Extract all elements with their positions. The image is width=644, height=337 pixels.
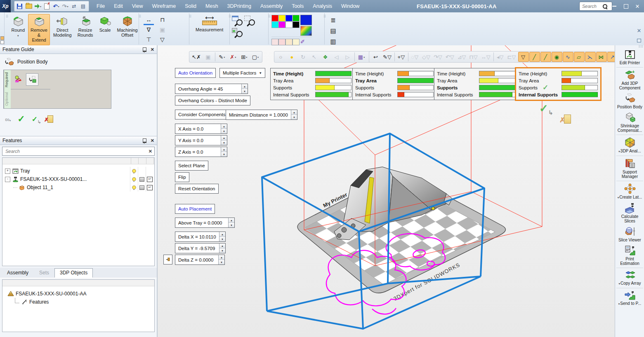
send-to-print-button[interactable]: ▾Send to P... [615, 289, 644, 308]
group-handle-icon[interactable]: ⠿ [323, 15, 327, 19]
chain-dimension-icon[interactable]: ⊓ [156, 15, 169, 25]
pick-visibility-icon[interactable]: ↖ [309, 52, 320, 62]
overhang-angle-field[interactable]: Overhang Angle = 45 ▲▼ [175, 84, 248, 94]
datum-icon[interactable]: ⊤ [142, 35, 156, 44]
orientation-card-4-selected[interactable]: Time (Height) Tray Area Supports Interna… [515, 67, 602, 101]
above-tray-field[interactable]: Above Tray = 0.0000 ▲▼ [175, 218, 235, 228]
scale-button[interactable]: Scale [97, 14, 114, 45]
round-button[interactable]: Round▾ [9, 14, 27, 45]
active-color-swatch[interactable] [300, 15, 312, 25]
direct-modeling-button[interactable]: DirectModeling [51, 14, 74, 45]
orientation-card-1[interactable]: Time (Height) Tray Area Supports Interna… [270, 68, 354, 100]
zoom-region-icon[interactable] [244, 16, 255, 26]
z-axis-field[interactable]: Z Axis = 0.0 ▲▼ [175, 147, 227, 157]
move-ucs-icon[interactable]: +▽ [396, 52, 407, 62]
pin-deltas-button[interactable] [163, 255, 172, 264]
support-manager-button[interactable]: Support Manager [615, 157, 644, 180]
view-options-icon[interactable]: ∞▾ [5, 116, 11, 123]
swatch-blue[interactable] [285, 15, 293, 21]
exit-orientation-icon[interactable]: ✗ [564, 115, 571, 125]
paste-icon[interactable] [43, 2, 51, 10]
spinner[interactable]: ▲▼ [219, 243, 225, 253]
spinner[interactable]: ▲▼ [228, 218, 234, 227]
append-select-icon[interactable]: ⊞▾ [239, 52, 250, 62]
menu-assembly[interactable]: Assembly [260, 3, 283, 9]
linear-dimension-icon[interactable]: ↔ [142, 15, 156, 25]
maximize-button[interactable] [620, 0, 632, 12]
spinner[interactable]: ▲▼ [218, 255, 224, 264]
color-picker-swatch[interactable] [300, 26, 312, 36]
features-search-input[interactable] [5, 148, 149, 154]
add-3dp-component-button[interactable]: + Add 3DP Component [615, 68, 644, 92]
multiple-factors-dropdown[interactable]: Multiple Factors▼ [219, 68, 265, 78]
zoom-window-icon[interactable] [232, 16, 243, 26]
dock-handle-icon[interactable] [0, 36, 4, 40]
snap-endpoint-icon[interactable]: ╱ [529, 52, 540, 62]
swatch-white[interactable] [285, 21, 293, 28]
swap-visibility-icon[interactable]: ↻ [298, 52, 309, 62]
tree-row-printer[interactable]: - FSAEUK-15-XXX-SU-00001... ↩ [2, 175, 154, 183]
menu-edit[interactable]: Edit [114, 3, 123, 9]
overhang-colors-button[interactable]: Overhang Colors - Distinct Mode [175, 96, 250, 105]
ucs-distance-icon[interactable]: ↔▽ [480, 52, 492, 62]
ucs-align-icon[interactable]: ◌▽ [410, 52, 420, 62]
deselect-brush-icon[interactable]: ✗▾ [228, 52, 238, 62]
select-plane-button[interactable]: Select Plane [175, 161, 208, 171]
delta-x-field[interactable]: Delta X = 10.0110 ▲▼ [175, 232, 226, 242]
close-panel-icon[interactable]: ✕ [151, 47, 154, 52]
swatch-cyan[interactable] [271, 21, 278, 28]
group-handle-icon[interactable]: ⠿ [229, 15, 232, 19]
group-handle-icon[interactable]: ⠿ [139, 15, 142, 19]
tab-3dp-objects[interactable]: 3DP Objects [54, 268, 93, 278]
delta-z-field[interactable]: Delta Z = 0.0000 ▲▼ [175, 255, 225, 265]
apply-next-icon[interactable]: ✓↳ [32, 116, 38, 123]
solid-display-icon[interactable] [139, 185, 144, 190]
ucs-rotate-cw-icon[interactable]: ↷▽ [432, 52, 444, 62]
frame-select-icon[interactable]: ▢▾ [250, 52, 261, 62]
visibility-bulb-icon[interactable] [132, 169, 136, 173]
tab-assembly[interactable]: Assembly [2, 268, 34, 278]
dock-handle2-icon[interactable] [0, 40, 4, 44]
datum-target-icon[interactable]: ∇ [142, 25, 156, 35]
spinner[interactable]: ▲▼ [241, 84, 248, 94]
create-lattice-button[interactable]: ▾Create Lat... [615, 182, 644, 201]
measurement-button[interactable]: ⟷ Measurement [192, 14, 226, 34]
deselect-all-icon[interactable]: ↖✗ [191, 52, 203, 62]
delete-dimension-icon[interactable]: ▣ [156, 25, 169, 35]
calculate-slices-button[interactable]: Calculate Slices [615, 201, 644, 225]
swatch-pale-pink[interactable] [271, 39, 278, 45]
display-box-icon[interactable]: ▦▾ [356, 52, 367, 62]
edit-printer-button[interactable]: Edit Printer [615, 49, 644, 67]
tab-sets[interactable]: Sets [34, 268, 54, 278]
position-body-button[interactable]: Position Body [615, 92, 644, 111]
snap-intersect-icon[interactable]: ⋋ [585, 52, 596, 62]
menu-wireframe[interactable]: Wireframe [152, 3, 176, 9]
machining-offset-button[interactable]: MachiningOffset [115, 14, 140, 45]
viewport-3d[interactable]: My Printer 3DXpert for SOLIDWORKS [158, 45, 615, 337]
delta-y-field[interactable]: Delta Y = -9.5709 ▲▼ [175, 243, 226, 253]
print-estimation-button[interactable]: Print Estimation [615, 244, 644, 267]
swatch-cream[interactable] [293, 39, 300, 45]
menu-mesh[interactable]: Mesh [205, 3, 218, 9]
collapse-icon[interactable]: - [5, 177, 10, 182]
visibility-bulb-icon[interactable] [132, 185, 136, 190]
eyedropper-icon[interactable]: ✐ [300, 39, 305, 45]
swatch-black[interactable] [293, 21, 300, 28]
features-search[interactable]: ✕ [2, 147, 155, 156]
light-on-icon[interactable]: ● [287, 52, 297, 62]
auto-placement-button[interactable]: Auto Placement [175, 204, 215, 214]
tree-row-tray[interactable]: + Tray [2, 167, 154, 175]
position-mode-icon[interactable] [26, 74, 38, 85]
objects-features-row[interactable]: Features [2, 298, 154, 306]
spinner[interactable]: ▲▼ [219, 232, 225, 241]
3dp-analysis-button[interactable]: ▾3DP Anal... [615, 136, 644, 155]
flip-button[interactable]: Flip [175, 172, 189, 182]
spinner[interactable]: ▲▼ [221, 124, 227, 133]
next-view-icon[interactable]: ▷ [342, 52, 353, 62]
select-by-box-icon[interactable]: ▣ [203, 52, 214, 62]
gtol-icon[interactable]: ▽ [156, 35, 169, 44]
consider-components-button[interactable]: Consider Components [175, 110, 229, 119]
swatch-magenta[interactable] [278, 21, 285, 28]
spinner[interactable]: ▲▼ [221, 136, 227, 145]
undo-icon[interactable]: ↶▾ [52, 2, 60, 10]
